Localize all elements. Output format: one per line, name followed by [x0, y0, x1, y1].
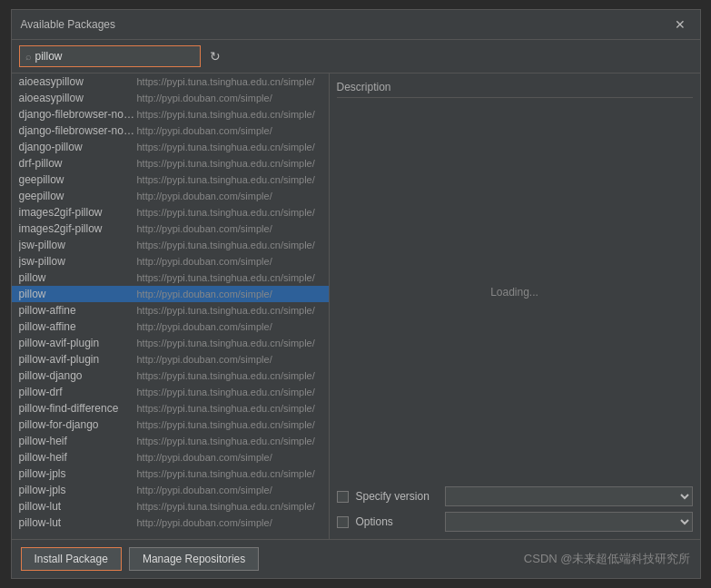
search-icon: ⌕	[25, 51, 32, 62]
watermark: CSDN @未来超低端科技研究所	[524, 551, 691, 567]
title-bar-left: Available Packages	[21, 18, 116, 31]
package-url: https://pypi.tuna.tsinghua.edu.cn/simple…	[137, 207, 321, 218]
table-row[interactable]: pillow-affinehttp://pypi.douban.com/simp…	[12, 318, 329, 335]
package-name: drf-pillow	[19, 157, 137, 170]
options-select[interactable]	[445, 512, 693, 532]
specify-version-row: Specify version	[337, 486, 693, 506]
package-url: https://pypi.tuna.tsinghua.edu.cn/simple…	[137, 109, 321, 120]
package-name: geepillow	[19, 173, 137, 186]
search-bar: ⌕ ↻	[12, 40, 700, 74]
table-row[interactable]: pillow-drfhttps://pypi.tuna.tsinghua.edu…	[12, 384, 329, 400]
table-row[interactable]: geepillowhttps://pypi.tuna.tsinghua.edu.…	[12, 172, 329, 188]
package-url: http://pypi.douban.com/simple/	[137, 517, 321, 528]
table-row[interactable]: pillow-djangohttps://pypi.tuna.tsinghua.…	[12, 368, 329, 384]
table-row[interactable]: pillow-heifhttp://pypi.douban.com/simple…	[12, 449, 329, 466]
package-url: http://pypi.douban.com/simple/	[137, 321, 321, 332]
package-name: django-pillow	[19, 141, 137, 153]
left-panel: aioeasypillowhttps://pypi.tuna.tsinghua.…	[12, 74, 330, 539]
table-row[interactable]: drf-pillowhttps://pypi.tuna.tsinghua.edu…	[12, 155, 329, 172]
refresh-button[interactable]: ↻	[204, 47, 226, 65]
package-url: https://pypi.tuna.tsinghua.edu.cn/simple…	[137, 436, 321, 446]
options-row: Options	[337, 512, 693, 532]
table-row[interactable]: images2gif-pillowhttp://pypi.douban.com/…	[12, 220, 329, 237]
package-name: jsw-pillow	[19, 239, 137, 251]
options-checkbox[interactable]	[337, 516, 349, 528]
package-name: pillow-lut	[19, 516, 137, 529]
package-name: pillow-for-django	[19, 418, 137, 431]
package-url: https://pypi.tuna.tsinghua.edu.cn/simple…	[137, 240, 321, 250]
table-row[interactable]: pillow-jplshttps://pypi.tuna.tsinghua.ed…	[12, 466, 329, 482]
package-name: aioeasypillow	[19, 92, 137, 104]
table-row[interactable]: pillowhttp://pypi.douban.com/simple/	[12, 286, 329, 302]
available-packages-dialog: Available Packages ✕ ⌕ ↻ aioeasypillowht…	[11, 9, 701, 579]
table-row[interactable]: django-filebrowser-no-grappelli-no-pillo…	[12, 106, 329, 122]
package-name: jsw-pillow	[19, 255, 137, 268]
package-name: aioeasypillow	[19, 75, 137, 88]
table-row[interactable]: django-pillowhttps://pypi.tuna.tsinghua.…	[12, 139, 329, 155]
search-input[interactable]	[35, 50, 194, 63]
main-content: aioeasypillowhttps://pypi.tuna.tsinghua.…	[12, 74, 700, 539]
package-name: images2gif-pillow	[19, 206, 137, 219]
package-name: images2gif-pillow	[19, 222, 137, 235]
package-url: https://pypi.tuna.tsinghua.edu.cn/simple…	[137, 338, 321, 348]
description-loading: Loading...	[337, 105, 693, 479]
package-name: pillow-affine	[19, 304, 137, 317]
package-url: https://pypi.tuna.tsinghua.edu.cn/simple…	[137, 501, 321, 512]
table-row[interactable]: pillow-find-differencehttps://pypi.tuna.…	[12, 400, 329, 416]
bottom-buttons: Install Package Manage Repositories	[21, 547, 260, 571]
table-row[interactable]: aioeasypillowhttps://pypi.tuna.tsinghua.…	[12, 74, 329, 90]
table-row[interactable]: pillowhttps://pypi.tuna.tsinghua.edu.cn/…	[12, 270, 329, 286]
table-row[interactable]: geepillowhttp://pypi.douban.com/simple/	[12, 188, 329, 204]
package-name: pillow	[19, 271, 137, 284]
package-name: pillow-find-difference	[19, 402, 137, 415]
table-row[interactable]: pillow-luthttps://pypi.tuna.tsinghua.edu…	[12, 498, 329, 514]
package-name: pillow-avif-plugin	[19, 353, 137, 366]
table-row[interactable]: pillow-affinehttps://pypi.tuna.tsinghua.…	[12, 302, 329, 318]
title-bar: Available Packages ✕	[12, 10, 700, 40]
package-url: http://pypi.douban.com/simple/	[137, 289, 321, 299]
package-url: https://pypi.tuna.tsinghua.edu.cn/simple…	[137, 272, 321, 283]
table-row[interactable]: images2gif-pillowhttps://pypi.tuna.tsing…	[12, 204, 329, 220]
table-row[interactable]: jsw-pillowhttps://pypi.tuna.tsinghua.edu…	[12, 237, 329, 253]
version-select[interactable]	[445, 486, 693, 506]
package-name: pillow-jpls	[19, 484, 137, 496]
table-row[interactable]: pillow-for-djangohttps://pypi.tuna.tsing…	[12, 416, 329, 433]
package-name: pillow-heif	[19, 435, 137, 447]
right-panel: Description Loading... Specify version O…	[330, 74, 700, 539]
search-wrapper[interactable]: ⌕	[19, 45, 201, 67]
description-label: Description	[337, 81, 693, 98]
package-url: https://pypi.tuna.tsinghua.edu.cn/simple…	[137, 419, 321, 430]
package-list[interactable]: aioeasypillowhttps://pypi.tuna.tsinghua.…	[12, 74, 329, 539]
manage-repositories-button[interactable]: Manage Repositories	[129, 547, 259, 571]
install-button[interactable]: Install Package	[21, 547, 122, 571]
bottom-right-options: Specify version Options	[337, 479, 693, 532]
package-name: pillow-heif	[19, 451, 137, 464]
package-url: http://pypi.douban.com/simple/	[137, 452, 321, 463]
package-url: https://pypi.tuna.tsinghua.edu.cn/simple…	[137, 387, 321, 397]
package-url: http://pypi.douban.com/simple/	[137, 485, 321, 495]
table-row[interactable]: django-filebrowser-no-grappelli-no-pillo…	[12, 122, 329, 139]
table-row[interactable]: pillow-heifhttps://pypi.tuna.tsinghua.ed…	[12, 433, 329, 449]
package-url: http://pypi.douban.com/simple/	[137, 256, 321, 267]
table-row[interactable]: pillow-avif-pluginhttp://pypi.douban.com…	[12, 351, 329, 368]
package-url: http://pypi.douban.com/simple/	[137, 354, 321, 365]
package-url: https://pypi.tuna.tsinghua.edu.cn/simple…	[137, 174, 321, 185]
table-row[interactable]: aioeasypillowhttp://pypi.douban.com/simp…	[12, 90, 329, 106]
table-row[interactable]: pillow-avif-pluginhttps://pypi.tuna.tsin…	[12, 335, 329, 351]
table-row[interactable]: pillow-luthttp://pypi.douban.com/simple/	[12, 514, 329, 531]
specify-version-checkbox[interactable]	[337, 491, 349, 503]
table-row[interactable]: pillow-jplshttp://pypi.douban.com/simple…	[12, 482, 329, 498]
package-url: https://pypi.tuna.tsinghua.edu.cn/simple…	[137, 468, 321, 479]
table-row[interactable]: jsw-pillowhttp://pypi.douban.com/simple/	[12, 253, 329, 270]
package-name: django-filebrowser-no-grappelli-no-pillo…	[19, 124, 137, 137]
package-url: https://pypi.tuna.tsinghua.edu.cn/simple…	[137, 403, 321, 414]
close-button[interactable]: ✕	[669, 15, 691, 34]
package-url: http://pypi.douban.com/simple/	[137, 125, 321, 136]
specify-version-label: Specify version	[356, 490, 438, 503]
package-url: https://pypi.tuna.tsinghua.edu.cn/simple…	[137, 305, 321, 316]
options-label: Options	[356, 515, 438, 528]
package-url: https://pypi.tuna.tsinghua.edu.cn/simple…	[137, 158, 321, 169]
package-name: pillow	[19, 288, 137, 300]
package-name: django-filebrowser-no-grappelli-no-pillo…	[19, 108, 137, 121]
package-name: pillow-lut	[19, 500, 137, 513]
